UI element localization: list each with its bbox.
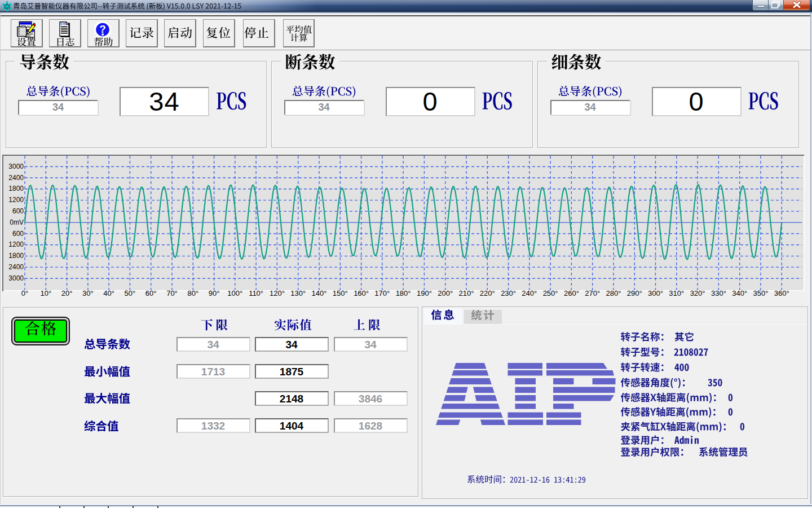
svg-text:140°: 140° <box>312 289 327 297</box>
svg-text:0mV: 0mV <box>10 218 24 226</box>
svg-text:80°: 80° <box>187 289 198 297</box>
svg-text:1800: 1800 <box>8 252 24 260</box>
svg-text:?: ? <box>99 23 106 35</box>
svg-text:120°: 120° <box>270 289 285 297</box>
svg-text:10°: 10° <box>40 289 51 297</box>
svg-text:130°: 130° <box>290 289 306 297</box>
svg-text:1200: 1200 <box>8 240 24 248</box>
svg-text:2400: 2400 <box>8 174 24 182</box>
svg-text:100°: 100° <box>227 289 242 297</box>
svg-text:280°: 280° <box>606 289 621 297</box>
svg-text:3000: 3000 <box>8 163 24 170</box>
svg-text:330°: 330° <box>711 289 726 297</box>
svg-text:240°: 240° <box>522 289 537 297</box>
svg-text:160°: 160° <box>354 289 369 297</box>
svg-text:190°: 190° <box>417 289 432 297</box>
svg-text:0°: 0° <box>21 289 28 297</box>
svg-text:70°: 70° <box>166 289 178 297</box>
svg-text:180°: 180° <box>396 289 411 297</box>
svg-text:600: 600 <box>12 230 24 238</box>
svg-text:1800: 1800 <box>8 185 24 192</box>
svg-text:260°: 260° <box>564 289 579 297</box>
svg-text:290°: 290° <box>627 289 642 297</box>
svg-text:200°: 200° <box>438 289 453 297</box>
svg-text:340°: 340° <box>732 289 747 297</box>
svg-text:60°: 60° <box>145 289 157 297</box>
svg-text:320°: 320° <box>690 289 705 297</box>
svg-text:360°: 360° <box>774 289 789 297</box>
svg-text:310°: 310° <box>669 289 684 297</box>
svg-text:170°: 170° <box>374 289 390 297</box>
svg-text:20°: 20° <box>61 289 73 297</box>
svg-text:90°: 90° <box>209 289 220 297</box>
svg-text:210°: 210° <box>459 289 474 297</box>
svg-text:150°: 150° <box>333 289 348 297</box>
svg-text:230°: 230° <box>501 289 516 297</box>
svg-text:250°: 250° <box>543 289 558 297</box>
svg-text:350°: 350° <box>753 289 769 297</box>
svg-text:270°: 270° <box>585 289 600 297</box>
svg-text:110°: 110° <box>249 289 263 297</box>
svg-text:600: 600 <box>12 207 24 215</box>
svg-text:220°: 220° <box>480 289 495 297</box>
svg-text:40°: 40° <box>103 289 114 297</box>
svg-text:2400: 2400 <box>8 263 24 271</box>
svg-text:50°: 50° <box>125 289 136 297</box>
svg-text:300°: 300° <box>648 289 663 297</box>
svg-text:3000: 3000 <box>8 274 24 282</box>
svg-text:30°: 30° <box>82 289 94 297</box>
svg-text:1200: 1200 <box>8 196 24 204</box>
